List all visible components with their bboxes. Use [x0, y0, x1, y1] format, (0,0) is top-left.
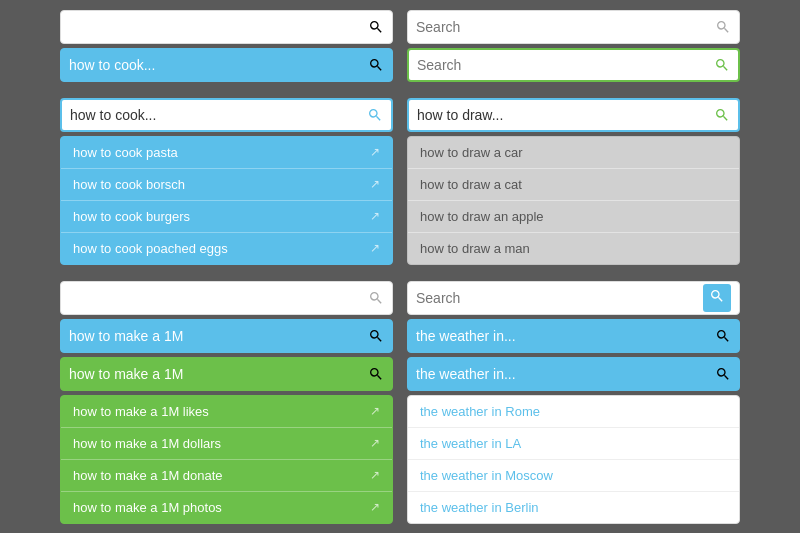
- list-item[interactable]: the weather in LA: [408, 428, 739, 460]
- search-input-draw[interactable]: [417, 107, 714, 123]
- list-item[interactable]: how to cook pasta ↗: [61, 137, 392, 169]
- search-input-empty-2[interactable]: [69, 290, 368, 306]
- list-item[interactable]: how to draw a man: [408, 233, 739, 264]
- widget-top-right: how to draw a car how to draw a cat how …: [407, 10, 740, 524]
- search-bar-placeholder-2[interactable]: [407, 281, 740, 315]
- list-item[interactable]: how to make a 1M photos ↗: [61, 492, 392, 523]
- list-item[interactable]: how to make a 1M likes ↗: [61, 396, 392, 428]
- suggestion-text: how to make a 1M photos: [73, 500, 222, 515]
- suggestion-text: how to draw a man: [420, 241, 530, 256]
- suggestion-text: the weather in Berlin: [420, 500, 539, 515]
- list-item[interactable]: how to draw a cat: [408, 169, 739, 201]
- suggestion-text: how to make a 1M dollars: [73, 436, 221, 451]
- suggestion-text: how to draw an apple: [420, 209, 544, 224]
- search-input-blue-2[interactable]: [69, 328, 368, 344]
- dropdown-make: how to make a 1M likes ↗ how to make a 1…: [60, 395, 393, 524]
- suggestion-text: the weather in LA: [420, 436, 521, 451]
- search-icon-1: [368, 19, 384, 35]
- search-bar-empty-2[interactable]: [60, 281, 393, 315]
- search-icon-blue-1: [368, 57, 384, 73]
- dropdown-weather: the weather in Rome the weather in LA th…: [407, 395, 740, 524]
- suggestion-text: the weather in Rome: [420, 404, 540, 419]
- search-input-green[interactable]: [69, 366, 368, 382]
- list-item[interactable]: how to cook borsch ↗: [61, 169, 392, 201]
- search-input-weather-1[interactable]: [416, 328, 715, 344]
- suggestion-text: how to cook pasta: [73, 145, 178, 160]
- search-input-green-outline[interactable]: [417, 57, 714, 73]
- search-icon-2: [368, 290, 384, 306]
- search-input-weather-2[interactable]: [416, 366, 715, 382]
- search-bar-green[interactable]: [60, 357, 393, 391]
- search-icon-weather-1: [715, 328, 731, 344]
- search-input-blue-1[interactable]: [69, 57, 368, 73]
- search-bar-blue-1[interactable]: [60, 48, 393, 82]
- search-icon-active-left: [367, 107, 383, 123]
- list-item[interactable]: how to cook poached eggs ↗: [61, 233, 392, 264]
- arrow-icon: ↗: [370, 468, 380, 482]
- search-input-active-left[interactable]: [70, 107, 367, 123]
- list-item[interactable]: how to draw an apple: [408, 201, 739, 233]
- search-icon-placeholder-1: [715, 19, 731, 35]
- search-bar-draw[interactable]: [407, 98, 740, 132]
- list-item[interactable]: the weather in Moscow: [408, 460, 739, 492]
- suggestion-text: how to make a 1M likes: [73, 404, 209, 419]
- list-item[interactable]: the weather in Rome: [408, 396, 739, 428]
- suggestion-text: how to cook borsch: [73, 177, 185, 192]
- search-icon-weather-2: [715, 366, 731, 382]
- arrow-icon: ↗: [370, 177, 380, 191]
- list-item[interactable]: how to make a 1M dollars ↗: [61, 428, 392, 460]
- search-icon-green: [368, 366, 384, 382]
- main-container: how to cook pasta ↗ how to cook borsch ↗…: [60, 0, 740, 533]
- list-item[interactable]: how to make a 1M donate ↗: [61, 460, 392, 492]
- search-input-placeholder-2[interactable]: [416, 290, 703, 306]
- suggestion-text: how to draw a car: [420, 145, 523, 160]
- search-button-right[interactable]: [703, 284, 731, 312]
- list-item[interactable]: the weather in Berlin: [408, 492, 739, 523]
- search-bar-weather-2[interactable]: [407, 357, 740, 391]
- list-item[interactable]: how to cook burgers ↗: [61, 201, 392, 233]
- arrow-icon: ↗: [370, 241, 380, 255]
- dropdown-cook: how to cook pasta ↗ how to cook borsch ↗…: [60, 136, 393, 265]
- search-bar-empty-1[interactable]: [60, 10, 393, 44]
- widget-top-left: how to cook pasta ↗ how to cook borsch ↗…: [60, 10, 393, 524]
- arrow-icon: ↗: [370, 209, 380, 223]
- search-input-placeholder-1[interactable]: [416, 19, 715, 35]
- arrow-icon: ↗: [370, 500, 380, 514]
- search-input-empty-1[interactable]: [69, 19, 368, 35]
- search-icon-button: [709, 288, 725, 304]
- search-bar-weather-1[interactable]: [407, 319, 740, 353]
- suggestion-text: the weather in Moscow: [420, 468, 553, 483]
- search-icon-green-outline: [714, 57, 730, 73]
- list-item[interactable]: how to draw a car: [408, 137, 739, 169]
- search-bar-blue-2[interactable]: [60, 319, 393, 353]
- search-bar-green-outline[interactable]: [407, 48, 740, 82]
- arrow-icon: ↗: [370, 436, 380, 450]
- search-icon-draw: [714, 107, 730, 123]
- arrow-icon: ↗: [370, 404, 380, 418]
- suggestion-text: how to cook burgers: [73, 209, 190, 224]
- suggestion-text: how to cook poached eggs: [73, 241, 228, 256]
- search-bar-placeholder-1[interactable]: [407, 10, 740, 44]
- suggestion-text: how to make a 1M donate: [73, 468, 223, 483]
- arrow-icon: ↗: [370, 145, 380, 159]
- search-bar-active-left[interactable]: [60, 98, 393, 132]
- dropdown-draw: how to draw a car how to draw a cat how …: [407, 136, 740, 265]
- search-icon-blue-2: [368, 328, 384, 344]
- suggestion-text: how to draw a cat: [420, 177, 522, 192]
